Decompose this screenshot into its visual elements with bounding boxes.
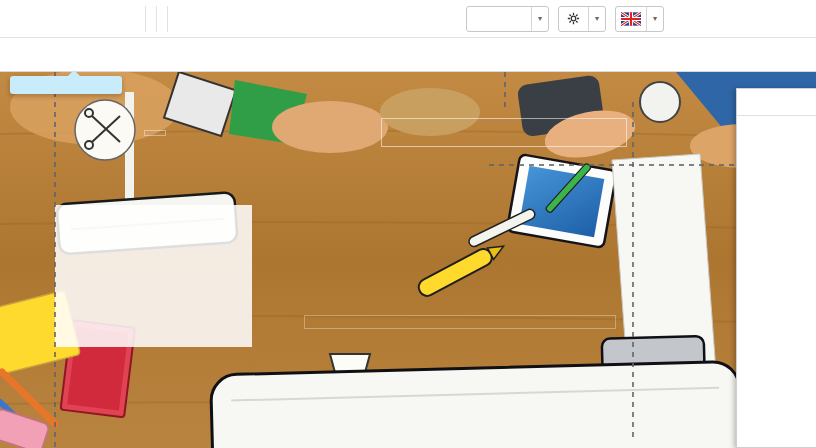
page-select[interactable]: ▾	[466, 6, 549, 32]
site-brand-box[interactable]	[144, 130, 166, 136]
settings-button[interactable]: ▾	[558, 6, 606, 32]
guide-line-nav-left	[504, 72, 506, 110]
language-caret[interactable]: ▾	[646, 7, 663, 31]
language-button[interactable]: ▾	[615, 6, 664, 32]
steps-panel-title	[737, 89, 816, 116]
intro-text[interactable]	[304, 315, 616, 329]
page-select-caret[interactable]: ▾	[531, 7, 548, 31]
add-text-tooltip	[10, 76, 122, 94]
toolbar-divider	[167, 6, 168, 32]
elements-toolbar	[0, 38, 816, 72]
settings-caret[interactable]: ▾	[588, 7, 605, 31]
hero-text-block[interactable]	[55, 205, 252, 347]
guide-line-left	[54, 72, 56, 448]
intro-text-block[interactable]	[287, 298, 631, 413]
scissors-sketch	[75, 100, 135, 160]
steps-panel	[736, 88, 816, 448]
gear-icon[interactable]	[559, 7, 588, 31]
toolbar-divider	[145, 6, 146, 32]
app-window: ▾ ▾ ▾	[0, 0, 816, 448]
site-nav[interactable]	[381, 118, 627, 147]
uk-flag-icon[interactable]	[616, 7, 646, 31]
site-top-strip[interactable]	[0, 76, 816, 87]
editor-canvas[interactable]	[0, 72, 816, 448]
toolbar-divider	[156, 6, 157, 32]
site-header[interactable]	[130, 110, 630, 156]
top-toolbar: ▾ ▾ ▾	[0, 0, 816, 38]
topbar-right-controls: ▾ ▾ ▾	[466, 6, 664, 32]
guide-line-horizontal	[489, 164, 736, 166]
site-bottom-strip[interactable]	[55, 437, 736, 448]
guide-line-right	[632, 102, 634, 437]
page-select-value[interactable]	[467, 7, 531, 31]
